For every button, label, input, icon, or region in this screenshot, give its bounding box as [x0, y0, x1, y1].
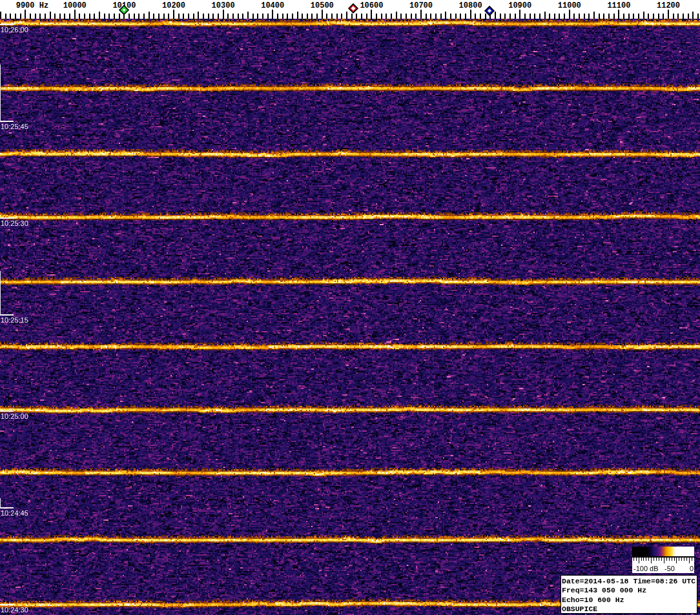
svg-text:10600: 10600	[360, 1, 383, 10]
svg-text:10400: 10400	[261, 1, 284, 10]
svg-text:10800: 10800	[459, 1, 482, 10]
svg-text:10300: 10300	[212, 1, 235, 10]
svg-text:11100: 11100	[607, 1, 630, 10]
svg-text:10200: 10200	[162, 1, 185, 10]
svg-text:10900: 10900	[508, 1, 531, 10]
svg-text:11000: 11000	[558, 1, 581, 10]
svg-text:10700: 10700	[409, 1, 433, 10]
svg-text:11200: 11200	[657, 1, 680, 10]
svg-text:9900 Hz: 9900 Hz	[16, 1, 48, 10]
svg-text:10000: 10000	[63, 1, 87, 10]
svg-text:10500: 10500	[311, 1, 334, 10]
